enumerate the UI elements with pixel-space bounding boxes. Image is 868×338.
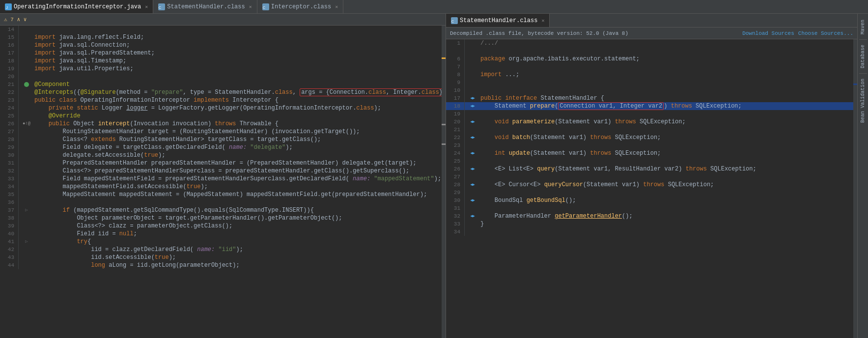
left-scrollbar[interactable] <box>442 26 446 338</box>
code-line-43: 43 iid.setAccessible(true); <box>0 254 442 261</box>
download-sources-link[interactable]: Download Sources <box>742 30 794 36</box>
code-line-14: 14 <box>0 26 442 33</box>
right-line-1: 1 /.../ <box>446 39 853 47</box>
scroll-indicator-2 <box>442 124 446 125</box>
tab-statement-handler[interactable]: C StatementHandler.class ✕ <box>153 0 257 13</box>
code-line-33: 33 Field mappedStatementField = prepared… <box>0 175 442 183</box>
code-line-16: 16 import java.sql.Connection; <box>0 41 442 49</box>
code-line-15: 15 import java.lang.reflect.Field; <box>0 33 442 41</box>
code-line-39: 39 Class<?> clazz = parameterObject.getC… <box>0 222 442 230</box>
code-line-30: 30 delegate.setAccessible(true); <box>0 151 442 159</box>
code-line-37: 37 ▷ if (mappedStatement.getSqlCommandTy… <box>0 206 442 214</box>
code-line-18: 18 import java.sql.Timestamp; <box>0 57 442 65</box>
maven-tool[interactable]: Maven <box>859 18 867 36</box>
svg-text:C: C <box>263 6 265 9</box>
right-panel: C StatementHandler.class ✕ Decompiled .c… <box>446 14 857 338</box>
tab-bar: J OperatingInformationInterceptor.java ✕… <box>0 0 868 14</box>
right-line-17: 17 ◀▶ public interface StatementHandler … <box>446 94 853 102</box>
tab-close[interactable]: ✕ <box>145 4 148 10</box>
right-line-8: 8 import ...; <box>446 71 853 79</box>
code-line-34: 34 mappedStatementField.setAccessible(tr… <box>0 183 442 191</box>
code-line-35: 35 MappedStatement mappedStatement = (Ma… <box>0 191 442 198</box>
right-line-32: 32 ◀▶ ParameterHandler getParameterHandl… <box>446 212 853 220</box>
svg-text:C: C <box>159 6 161 9</box>
code-line-42: 42 iid = clazz.getDeclaredField( name: "… <box>0 246 442 254</box>
right-scrollbar[interactable] <box>853 39 857 338</box>
right-line-25: 25 <box>446 157 853 165</box>
code-line-19: 19 import java.util.Properties; <box>0 65 442 73</box>
right-line-29: 29 <box>446 189 853 197</box>
right-line-9: 9 <box>446 79 853 86</box>
class-icon-2: C <box>262 3 269 10</box>
right-line-22: 22 ◀▶ void batch(Statement var1) throws … <box>446 134 853 141</box>
code-line-31: 31 PreparedStatementHandler preparedStat… <box>0 159 442 167</box>
tab-label: OperatingInformationInterceptor.java <box>14 3 141 10</box>
right-line-31: 31 <box>446 204 853 212</box>
right-tab-statement-handler[interactable]: C StatementHandler.class ✕ <box>446 14 550 27</box>
tab-interceptor-class[interactable]: C Interceptor.class ✕ <box>257 0 343 13</box>
right-tab-close[interactable]: ✕ <box>541 18 544 24</box>
right-tab-bar: C StatementHandler.class ✕ <box>446 14 857 28</box>
right-line-23: 23 <box>446 141 853 149</box>
svg-text:J: J <box>6 5 8 10</box>
bean-validation-tool[interactable]: Bean Validation <box>859 77 867 125</box>
code-line-25: 25 @Override <box>0 112 442 120</box>
code-line-27: 27 RoutingStatementHandler target = (Rou… <box>0 128 442 136</box>
right-tab-label: StatementHandler.class <box>460 17 537 24</box>
right-line-30: 30 ◀▶ BoundSql getBoundSql(); <box>446 197 853 204</box>
right-line-18: 18 ◀▶ Statement prepare(Connection var1,… <box>446 102 853 110</box>
right-line-34: 34 <box>446 228 853 236</box>
right-line-24: 24 ◀▶ int update(Statement var1) throws … <box>446 149 853 157</box>
code-line-41: 41 ▷ try{ <box>0 238 442 246</box>
code-line-20: 20 <box>0 73 442 81</box>
tab-close-3[interactable]: ✕ <box>335 4 338 10</box>
tab-operating-interceptor[interactable]: J OperatingInformationInterceptor.java ✕ <box>0 0 153 13</box>
code-line-22: 22 @Intercepts({@Signature(method = "pre… <box>0 88 442 96</box>
divider-1 <box>859 39 867 40</box>
code-line-24: 24 private static Logger logger = Logger… <box>0 104 442 112</box>
scroll-indicator-3 <box>442 143 446 145</box>
code-line-32: 32 Class<?> preparedStatementHandlerSupe… <box>0 167 442 175</box>
code-line-28: 28 Class<? extends RoutingStatementHandl… <box>0 136 442 143</box>
code-line-17: 17 import java.sql.PreparedStatement; <box>0 49 442 57</box>
code-line-23: 23 public class OperatingInformationInte… <box>0 96 442 104</box>
svg-text:C: C <box>451 20 454 23</box>
decompiled-header: Decompiled .class file, bytecode version… <box>446 28 857 39</box>
code-line-38: 38 Object parameterObject = target.getPa… <box>0 214 442 222</box>
choose-sources-link[interactable]: Choose Sources... <box>798 30 853 36</box>
tab-close-2[interactable]: ✕ <box>249 4 252 10</box>
right-line-19: 19 <box>446 110 853 118</box>
right-line-27: 27 <box>446 173 853 181</box>
code-line-44: 44 long aLong = iid.getLong(parameterObj… <box>0 261 442 269</box>
right-line-26: 26 ◀▶ <E> List<E> query(Statement var1, … <box>446 165 853 173</box>
database-tool[interactable]: Database <box>859 43 867 70</box>
warning-indicator: ⚠ 7 ∧ ∨ <box>4 16 27 23</box>
tab-label: Interceptor.class <box>271 3 331 10</box>
left-code-area[interactable]: 14 15 import java.lang.reflect.Field; 16… <box>0 26 442 338</box>
right-line-2 <box>446 47 853 55</box>
divider-2 <box>859 73 867 74</box>
right-line-28: 28 ◀▶ <E> Cursor<E> queryCursor(Statemen… <box>446 181 853 189</box>
left-panel: ⚠ 7 ∧ ∨ 14 15 import java.lang.reflect.F… <box>0 14 446 338</box>
right-line-21: 21 <box>446 126 853 134</box>
code-line-21: 21 @Component <box>0 81 442 88</box>
class-icon-1: C <box>158 3 165 10</box>
right-line-6: 6 package org.apache.ibatis.executor.sta… <box>446 55 853 63</box>
decompiled-info: Decompiled .class file, bytecode version… <box>450 30 628 36</box>
class-icon-right: C <box>451 17 458 24</box>
scroll-indicator-1 <box>442 57 446 59</box>
right-line-20: 20 ◀▶ void parameterize(Statement var1) … <box>446 118 853 126</box>
left-editor-header: ⚠ 7 ∧ ∨ <box>0 14 446 26</box>
code-line-40: 40 Field iid = null; <box>0 230 442 238</box>
code-line-26: 26 ●!@ public Object intercept(Invocatio… <box>0 120 442 128</box>
breakpoint-dot <box>24 82 29 87</box>
right-line-10: 10 <box>446 86 853 94</box>
side-tools: Maven Database Bean Validation <box>857 14 868 338</box>
right-line-7: 7 <box>446 63 853 71</box>
main-content: ⚠ 7 ∧ ∨ 14 15 import java.lang.reflect.F… <box>0 14 868 338</box>
right-code-area[interactable]: 1 /.../ 6 package org.apache.ibatis.exec… <box>446 39 853 338</box>
java-icon: J <box>5 3 12 10</box>
code-line-29: 29 Field delegate = targetClass.getDecla… <box>0 143 442 151</box>
right-scroll-indicator <box>853 84 857 85</box>
right-line-33: 33 } <box>446 220 853 228</box>
